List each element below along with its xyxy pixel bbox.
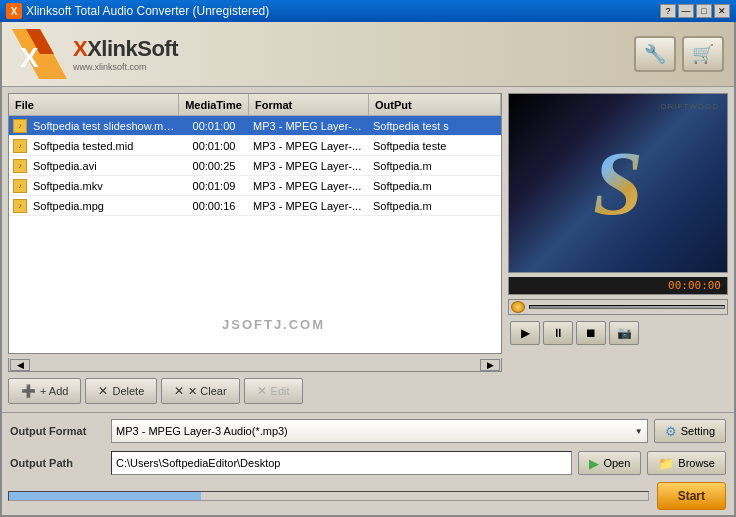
pause-button[interactable]: ⏸ xyxy=(543,321,573,345)
file-list-header: File MediaTime Format OutPut xyxy=(9,94,501,116)
file-format: MP3 - MPEG Layer-... xyxy=(249,140,369,152)
output-format-row: Output Format MP3 - MPEG Layer-3 Audio(*… xyxy=(10,417,726,445)
window-title: Xlinksoft Total Audio Converter (Unregis… xyxy=(26,4,660,18)
file-icon: ♪ xyxy=(11,197,29,215)
right-panel: DRIFTWOOD S 00:00:00 ▶ ⏸ ⏹ 📷 xyxy=(508,93,728,406)
file-row[interactable]: ♪ Softpedia.mkv 00:01:09 MP3 - MPEG Laye… xyxy=(9,176,501,196)
brand-name: XXlinkSoft xyxy=(73,36,178,62)
delete-button[interactable]: ✕ Delete xyxy=(85,378,157,404)
add-button[interactable]: ➕ + Add xyxy=(8,378,81,404)
file-format: MP3 - MPEG Layer-... xyxy=(249,160,369,172)
delete-icon: ✕ xyxy=(98,384,108,398)
clear-icon: ✕ xyxy=(174,384,184,398)
logo-svg: X xyxy=(12,29,67,79)
open-button[interactable]: ▶ Open xyxy=(578,451,641,475)
left-panel: File MediaTime Format OutPut ♪ Softpedia… xyxy=(8,93,502,406)
bottom-progress-bar xyxy=(8,491,649,501)
progress-track[interactable] xyxy=(529,305,725,309)
col-header-output: OutPut xyxy=(369,94,501,115)
file-name: Softpedia tested.mid xyxy=(29,140,179,152)
file-row[interactable]: ♪ Softpedia.avi 00:00:25 MP3 - MPEG Laye… xyxy=(9,156,501,176)
screenshot-button[interactable]: 📷 xyxy=(609,321,639,345)
minimize-button[interactable]: — xyxy=(678,4,694,18)
col-header-time: MediaTime xyxy=(179,94,249,115)
edit-button[interactable]: ✕ Edit xyxy=(244,378,303,404)
titlebar-buttons[interactable]: ? — □ ✕ xyxy=(660,4,730,18)
content-area: File MediaTime Format OutPut ♪ Softpedia… xyxy=(2,87,734,412)
time-display: 00:00:00 xyxy=(508,277,728,295)
file-icon: ♪ xyxy=(11,177,29,195)
file-row[interactable]: ♪ Softpedia test slideshow.mp3 00:01:00 … xyxy=(9,116,501,136)
progress-bar[interactable] xyxy=(508,299,728,315)
file-format: MP3 - MPEG Layer-... xyxy=(249,120,369,132)
file-output: Softpedia.m xyxy=(369,180,501,192)
logo-text: XXlinkSoft www.xlinksoft.com xyxy=(73,36,178,72)
header: X XXlinkSoft www.xlinksoft.com 🔧 🛒 xyxy=(2,22,734,87)
start-row: Start xyxy=(10,481,726,511)
bottom-area: Output Format MP3 - MPEG Layer-3 Audio(*… xyxy=(2,412,734,515)
file-output: Softpedia.m xyxy=(369,160,501,172)
edit-icon: ✕ xyxy=(257,384,267,398)
file-name: Softpedia test slideshow.mp3 xyxy=(29,120,179,132)
preview-bg-text: DRIFTWOOD xyxy=(661,102,719,111)
scroll-right[interactable]: ▶ xyxy=(480,359,500,371)
toolbar: ➕ + Add ✕ Delete ✕ ✕ Clear ✕ Edit xyxy=(8,376,502,406)
titlebar: X Xlinksoft Total Audio Converter (Unreg… xyxy=(0,0,736,22)
file-icon: ♪ xyxy=(11,117,29,135)
col-header-format: Format xyxy=(249,94,369,115)
file-output: Softpedia.m xyxy=(369,200,501,212)
file-icon: ♪ xyxy=(11,157,29,175)
progress-knob[interactable] xyxy=(511,301,525,313)
file-output: Softpedia teste xyxy=(369,140,501,152)
output-path-row: Output Path C:\Users\SoftpediaEditor\Des… xyxy=(10,449,726,477)
file-time: 00:01:09 xyxy=(179,180,249,192)
file-list[interactable]: File MediaTime Format OutPut ♪ Softpedia… xyxy=(8,93,502,354)
gear-icon: ⚙ xyxy=(665,424,677,439)
maximize-button[interactable]: □ xyxy=(696,4,712,18)
main-window: X XXlinkSoft www.xlinksoft.com 🔧 🛒 File … xyxy=(0,22,736,517)
file-name: Softpedia.mkv xyxy=(29,180,179,192)
output-format-label: Output Format xyxy=(10,425,105,437)
scroll-left[interactable]: ◀ xyxy=(10,359,30,371)
cart-button[interactable]: 🛒 xyxy=(682,36,724,72)
preview-area: DRIFTWOOD S xyxy=(508,93,728,273)
app-icon: X xyxy=(6,3,22,19)
output-format-select[interactable]: MP3 - MPEG Layer-3 Audio(*.mp3) ▼ xyxy=(111,419,648,443)
file-name: Softpedia.mpg xyxy=(29,200,179,212)
clear-button[interactable]: ✕ ✕ Clear xyxy=(161,378,239,404)
file-time: 00:01:00 xyxy=(179,140,249,152)
svg-text:X: X xyxy=(20,42,39,73)
header-buttons[interactable]: 🔧 🛒 xyxy=(634,36,724,72)
file-row[interactable]: ♪ Softpedia.mpg 00:00:16 MP3 - MPEG Laye… xyxy=(9,196,501,216)
open-icon: ▶ xyxy=(589,456,599,471)
close-button[interactable]: ✕ xyxy=(714,4,730,18)
tools-button[interactable]: 🔧 xyxy=(634,36,676,72)
help-button[interactable]: ? xyxy=(660,4,676,18)
file-format: MP3 - MPEG Layer-... xyxy=(249,180,369,192)
playback-controls: ▶ ⏸ ⏹ 📷 xyxy=(508,319,728,347)
file-row[interactable]: ♪ Softpedia tested.mid 00:01:00 MP3 - MP… xyxy=(9,136,501,156)
brand-url: www.xlinksoft.com xyxy=(73,62,178,72)
scroll-track xyxy=(31,359,479,371)
folder-icon: 📁 xyxy=(658,456,674,471)
browse-button[interactable]: 📁 Browse xyxy=(647,451,726,475)
setting-button[interactable]: ⚙ Setting xyxy=(654,419,726,443)
output-path-input[interactable]: C:\Users\SoftpediaEditor\Desktop xyxy=(111,451,572,475)
file-time: 00:00:25 xyxy=(179,160,249,172)
dropdown-arrow-icon: ▼ xyxy=(635,427,643,436)
play-button[interactable]: ▶ xyxy=(510,321,540,345)
file-output: Softpedia test s xyxy=(369,120,501,132)
output-path-label: Output Path xyxy=(10,457,105,469)
file-list-body[interactable]: ♪ Softpedia test slideshow.mp3 00:01:00 … xyxy=(9,116,501,353)
file-name: Softpedia.avi xyxy=(29,160,179,172)
file-time: 00:01:00 xyxy=(179,120,249,132)
stop-button[interactable]: ⏹ xyxy=(576,321,606,345)
start-button[interactable]: Start xyxy=(657,482,726,510)
col-header-file: File xyxy=(9,94,179,115)
add-icon: ➕ xyxy=(21,384,36,398)
preview-s-letter: S xyxy=(593,132,643,235)
file-time: 00:00:16 xyxy=(179,200,249,212)
horizontal-scrollbar[interactable]: ◀ ▶ xyxy=(8,358,502,372)
logo-area: X XXlinkSoft www.xlinksoft.com xyxy=(12,29,178,79)
file-icon: ♪ xyxy=(11,137,29,155)
